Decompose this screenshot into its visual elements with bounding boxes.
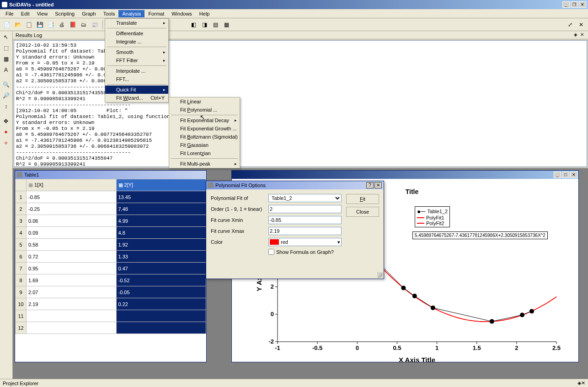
menu-analysis[interactable]: Analysis (118, 10, 144, 17)
xmax-input[interactable] (268, 227, 342, 235)
xmin-input[interactable] (268, 216, 342, 224)
menu-graph[interactable]: Graph (78, 10, 100, 17)
range-tool[interactable]: ▦ (1, 54, 11, 64)
move-tool[interactable]: ✥ (1, 116, 11, 126)
project-explorer-bar[interactable]: Project Explorer ◈ ✕ (0, 379, 588, 387)
menu-view[interactable]: View (33, 10, 52, 17)
dialog-titlebar[interactable]: Polynomial Fit Options ? ✕ (206, 181, 384, 189)
rescale-tool[interactable]: ↕ (1, 102, 11, 112)
project-explorer-dock[interactable]: ◈ (577, 380, 581, 386)
project-explorer-label: Project Explorer (3, 381, 38, 386)
maximize-button[interactable]: ❐ (571, 1, 578, 8)
new-button[interactable]: 📄 (2, 20, 12, 30)
menu-fit-wizard[interactable]: Fit Wizard...Ctrl+Y (105, 94, 168, 102)
graph-close[interactable]: ✕ (570, 172, 577, 178)
fit-of-select[interactable]: Table1_2 (268, 194, 342, 202)
graph-minimize[interactable]: _ (554, 172, 561, 178)
pointer-tool[interactable]: ↖ (1, 32, 11, 42)
graph-window-title[interactable]: _ □ ✕ (232, 171, 578, 179)
table-row[interactable]: 30.064.99 (16, 215, 206, 227)
menu-integrate[interactable]: Integrate ... (105, 38, 168, 46)
menu-file[interactable]: File (2, 10, 17, 17)
dialog-resize-grip[interactable] (377, 272, 383, 278)
data-table[interactable]: ▦ 1[X] ▦ 2[Y] 1-0.8513.452-0.257.4830.06… (15, 179, 206, 334)
table-row[interactable]: 60.721.33 (16, 251, 206, 263)
table-window-title[interactable]: Table1 (15, 171, 206, 179)
menu-fit-exp-decay[interactable]: Fit Exponential Decay▸ (169, 116, 240, 124)
save-template-button[interactable]: 📑 (46, 20, 56, 30)
menu-scripting[interactable]: Scripting (51, 10, 78, 17)
table-row[interactable]: 40.094.8 (16, 227, 206, 239)
graph-legend[interactable]: ●─Table1_2 PolyFit1 PolyFit2 (415, 206, 450, 227)
close-all-button[interactable]: ✕ (576, 20, 586, 30)
table-corner[interactable] (16, 179, 27, 191)
menu-format[interactable]: Format (144, 10, 168, 17)
close-button[interactable]: ✕ (579, 1, 586, 8)
dialog-close[interactable]: ✕ (374, 182, 382, 188)
log-button[interactable]: 📰 (90, 20, 100, 30)
explorer-button[interactable]: 🗂 (79, 20, 89, 30)
zoom-in-tool[interactable]: 🔍 (1, 80, 11, 90)
menu-edit[interactable]: Edit (17, 10, 33, 17)
tool1-button[interactable]: ◧ (189, 20, 199, 30)
add-tool[interactable]: ✧ (1, 138, 11, 148)
table-row[interactable]: 81.69-0.52 (16, 274, 206, 286)
order-input[interactable] (268, 205, 342, 213)
data-tool[interactable]: ⬚ (1, 43, 11, 53)
menu-tools[interactable]: Tools (100, 10, 119, 17)
table-row[interactable]: 12 (16, 322, 206, 334)
dialog-help[interactable]: ? (366, 182, 374, 188)
open-button[interactable]: 📂 (13, 20, 23, 30)
table-window[interactable]: Table1 ▦ 1[X] ▦ 2[Y] 1-0.8513.452-0.257.… (15, 170, 207, 362)
tool3-button[interactable]: ▤ (211, 20, 221, 30)
graph-maximize[interactable]: □ (562, 172, 569, 178)
menu-interpolate[interactable]: Interpolate ... (105, 67, 168, 75)
remove-tool[interactable]: ✦ (1, 127, 11, 137)
table-row[interactable]: 11 (16, 310, 206, 322)
expand-button[interactable]: ⤢ (565, 20, 575, 30)
results-log-close[interactable]: ✕ (579, 32, 585, 38)
menu-fit-polynomial[interactable]: Fit Polynomial ... (169, 106, 240, 114)
menu-fit-linear[interactable]: Fit Linear (169, 97, 240, 106)
fit-button[interactable]: Fit (346, 194, 379, 204)
menu-windows[interactable]: Windows (168, 10, 196, 17)
col-header-y[interactable]: ▦ 2[Y] (116, 179, 206, 191)
formula-label[interactable]: 5.45989764675267-7.43617781245986X+2.305… (412, 231, 548, 239)
project-explorer-close[interactable]: ✕ (581, 380, 585, 386)
menu-fit-boltzmann[interactable]: Fit Boltzmann (Sigmoidal) (169, 133, 240, 141)
close-dialog-button[interactable]: Close (346, 207, 379, 217)
results-log-dock[interactable]: ◈ (572, 32, 579, 38)
table-row[interactable]: 2-0.257.48 (16, 203, 206, 215)
table-row[interactable]: 102.190.22 (16, 298, 206, 310)
table-row[interactable]: 92.07-0.05 (16, 286, 206, 298)
text-tool[interactable]: A (1, 65, 11, 75)
menu-help[interactable]: Help (196, 10, 214, 17)
polynomial-fit-dialog[interactable]: Polynomial Fit Options ? ✕ Polynomial Fi… (206, 181, 384, 279)
table-row[interactable]: 70.950.47 (16, 263, 206, 274)
tool4-button[interactable]: ▦ (222, 20, 232, 30)
open-template-button[interactable]: 📋 (24, 20, 34, 30)
table-row[interactable]: 1-0.8513.45 (16, 191, 206, 203)
minimize-button[interactable]: _ (562, 1, 570, 8)
save-button[interactable]: 💾 (35, 20, 45, 30)
menu-fit-exp-growth[interactable]: Fit Exponential Growth ... (169, 124, 240, 133)
tool2-button[interactable]: ◨ (200, 20, 210, 30)
menu-translate[interactable]: Translate▸ (105, 19, 168, 27)
fit-of-label: Polynomial Fit of (211, 195, 266, 201)
menu-fit-gaussian[interactable]: Fit Gaussian (169, 141, 240, 149)
show-formula-checkbox[interactable] (268, 249, 274, 255)
print-button[interactable]: 🖨 (57, 20, 67, 30)
menu-fft-filter[interactable]: FFT Filter▸ (105, 56, 168, 64)
color-select[interactable]: red ▾ (268, 238, 342, 246)
col-header-x[interactable]: ▦ 1[X] (27, 179, 117, 191)
menu-differentiate[interactable]: Differentiate (105, 29, 168, 38)
menu-fit-lorentzian[interactable]: Fit Lorentzian (169, 149, 240, 157)
table-row[interactable]: 50.581.92 (16, 239, 206, 251)
menu-fit-multipeak[interactable]: Fit Multi-peak▸ (169, 160, 240, 168)
results-log-text[interactable]: [2012-10-02 13:59:53 Plot: " Polynomial … (14, 40, 587, 167)
menu-smooth[interactable]: Smooth▸ (105, 48, 168, 56)
menu-quick-fit[interactable]: Quick Fit▸ (105, 86, 168, 94)
pdf-button[interactable]: 📕 (68, 20, 78, 30)
menu-fft[interactable]: FFT... (105, 75, 168, 83)
zoom-out-tool[interactable]: 🔎 (1, 91, 11, 101)
